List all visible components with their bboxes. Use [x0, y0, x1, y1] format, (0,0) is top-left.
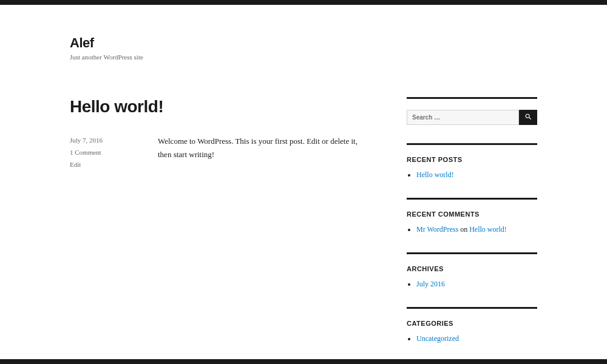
recent-posts-widget: Recent Posts Hello world! — [407, 143, 537, 180]
page-container: Alef Just another WordPress site Hello w… — [70, 5, 537, 364]
comment-target-link[interactable]: Hello world! — [469, 225, 507, 234]
sidebar: Recent Posts Hello world! Recent Comment… — [407, 97, 537, 362]
post-content: Welcome to WordPress. This is your first… — [158, 135, 370, 170]
post: Hello world! July 7, 2016 1 Comment Edit… — [70, 97, 370, 170]
categories-widget: Categories Uncategorized — [407, 307, 537, 343]
site-header: Alef Just another WordPress site — [70, 35, 537, 61]
post-body-row: July 7, 2016 1 Comment Edit Welcome to W… — [70, 135, 370, 170]
bottom-border-bar — [0, 359, 607, 364]
recent-post-link[interactable]: Hello world! — [416, 170, 454, 179]
archive-link[interactable]: July 2016 — [416, 280, 445, 288]
search-input[interactable] — [407, 110, 519, 125]
on-text: on — [458, 225, 469, 234]
widget-title: Archives — [407, 265, 537, 272]
main-layout: Hello world! July 7, 2016 1 Comment Edit… — [70, 97, 537, 362]
post-date-link[interactable]: July 7, 2016 — [70, 136, 103, 144]
comment-author-link[interactable]: Mr WordPress — [416, 225, 458, 234]
main-content: Hello world! July 7, 2016 1 Comment Edit… — [70, 97, 370, 362]
widget-title: Recent Posts — [407, 156, 537, 163]
recent-comments-widget: Recent Comments Mr WordPress on Hello wo… — [407, 198, 537, 234]
post-title[interactable]: Hello world! — [70, 97, 370, 116]
list-item: Mr WordPress on Hello world! — [416, 225, 537, 234]
search-icon — [524, 113, 532, 123]
post-comments-link[interactable]: 1 Comment — [70, 149, 101, 156]
site-tagline: Just another WordPress site — [70, 53, 537, 61]
list-item: Uncategorized — [416, 334, 537, 343]
post-meta: July 7, 2016 1 Comment Edit — [70, 135, 140, 170]
list-item: Hello world! — [416, 170, 537, 180]
widget-title: Recent Comments — [407, 211, 537, 218]
list-item: July 2016 — [416, 280, 537, 289]
archives-widget: Archives July 2016 — [407, 252, 537, 289]
top-border-bar — [0, 0, 607, 5]
widget-title: Categories — [407, 320, 537, 327]
search-button[interactable] — [519, 110, 537, 125]
post-edit-link[interactable]: Edit — [70, 161, 81, 168]
search-widget — [407, 97, 537, 125]
site-title[interactable]: Alef — [70, 35, 537, 51]
category-link[interactable]: Uncategorized — [416, 334, 459, 343]
